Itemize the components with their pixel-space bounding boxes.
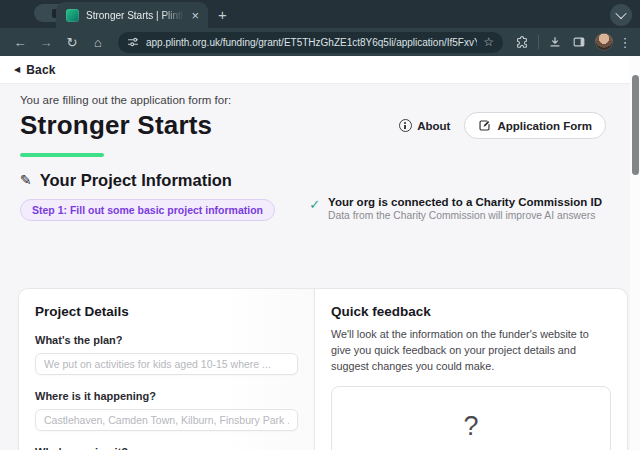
- reload-icon[interactable]: ↻: [60, 31, 84, 53]
- step-badge: Step 1: Fill out some basic project info…: [20, 199, 275, 221]
- home-icon[interactable]: ⌂: [86, 31, 110, 53]
- location-input[interactable]: [35, 409, 298, 431]
- plinth-favicon-icon: [66, 9, 79, 22]
- back-label: Back: [26, 63, 56, 77]
- forward-icon[interactable]: →: [34, 31, 58, 53]
- tab-strip: Stronger Starts | Plinth AI Gra × +: [0, 0, 640, 28]
- site-settings-icon[interactable]: [127, 36, 139, 48]
- about-button[interactable]: About: [399, 119, 450, 132]
- section-title-row: ✎ Your Project Information: [20, 171, 275, 190]
- side-panel-icon[interactable]: [568, 31, 590, 53]
- charity-status-subtitle: Data from the Charity Commission will im…: [328, 210, 602, 221]
- address-bar[interactable]: app.plinth.org.uk/funding/grant/ET5THzGh…: [118, 32, 503, 53]
- application-form-button[interactable]: Application Form: [464, 112, 606, 139]
- edit-square-icon: [478, 119, 491, 132]
- toolbar-divider: [538, 35, 539, 49]
- project-details-panel: Project Details What's the plan? Where i…: [19, 289, 315, 450]
- pencil-icon: ✎: [20, 172, 32, 188]
- browser-window: Stronger Starts | Plinth AI Gra × + ← → …: [0, 0, 640, 450]
- about-label: About: [417, 120, 450, 132]
- section-header: ✎ Your Project Information Step 1: Fill …: [0, 157, 640, 221]
- plan-label: What's the plan?: [35, 334, 298, 346]
- browser-toolbar: ← → ↻ ⌂ app.plinth.org.uk/funding/grant/…: [0, 28, 640, 56]
- charity-connection-status: ✓ Your org is connected to a Charity Com…: [309, 196, 620, 221]
- form-cards: Project Details What's the plan? Where i…: [18, 288, 628, 450]
- bookmark-star-icon[interactable]: ☆: [483, 35, 494, 49]
- back-icon[interactable]: ←: [8, 31, 32, 53]
- plan-input[interactable]: [35, 353, 298, 375]
- field-team: Who's running it?: [35, 446, 298, 450]
- info-icon: [399, 119, 412, 132]
- team-label: Who's running it?: [35, 446, 298, 450]
- chevron-down-icon[interactable]: [610, 4, 632, 26]
- project-details-title: Project Details: [35, 304, 298, 319]
- intro-text: You are filling out the application form…: [20, 94, 620, 106]
- field-plan: What's the plan?: [35, 334, 298, 375]
- application-form-label: Application Form: [497, 120, 592, 132]
- grant-header: You are filling out the application form…: [0, 84, 640, 157]
- checkmark-icon: ✓: [309, 197, 320, 212]
- browser-menu-icon[interactable]: ⋮: [618, 35, 632, 50]
- field-location: Where is it happening?: [35, 390, 298, 431]
- tab-title: Stronger Starts | Plinth AI Gra: [86, 10, 184, 21]
- extensions-icon[interactable]: [511, 31, 533, 53]
- section-title: Your Project Information: [40, 171, 232, 190]
- back-link[interactable]: ◀ Back: [0, 56, 640, 84]
- page-content: ◀ Back You are filling out the applicati…: [0, 56, 640, 450]
- quick-feedback-description: We'll look at the information on the fun…: [331, 326, 611, 375]
- scrollbar-thumb[interactable]: [632, 75, 639, 175]
- new-tab-button[interactable]: +: [208, 2, 237, 28]
- page-scrollbar[interactable]: [630, 56, 640, 450]
- quick-feedback-panel: Quick feedback We'll look at the informa…: [315, 289, 627, 450]
- url-text: app.plinth.org.uk/funding/grant/ET5THzGh…: [146, 37, 477, 48]
- back-triangle-icon: ◀: [14, 65, 20, 74]
- downloads-icon[interactable]: [544, 31, 566, 53]
- question-mark-icon: ?: [463, 411, 478, 442]
- page-title: Stronger Starts: [20, 110, 212, 141]
- quick-feedback-title: Quick feedback: [331, 304, 611, 319]
- browser-tab[interactable]: Stronger Starts | Plinth AI Gra ×: [56, 2, 208, 28]
- location-label: Where is it happening?: [35, 390, 298, 402]
- feedback-empty-state: ? Type in your project description and w…: [331, 386, 611, 450]
- charity-status-title: Your org is connected to a Charity Commi…: [328, 196, 602, 208]
- close-tab-icon[interactable]: ×: [188, 8, 202, 23]
- profile-avatar[interactable]: [595, 33, 613, 51]
